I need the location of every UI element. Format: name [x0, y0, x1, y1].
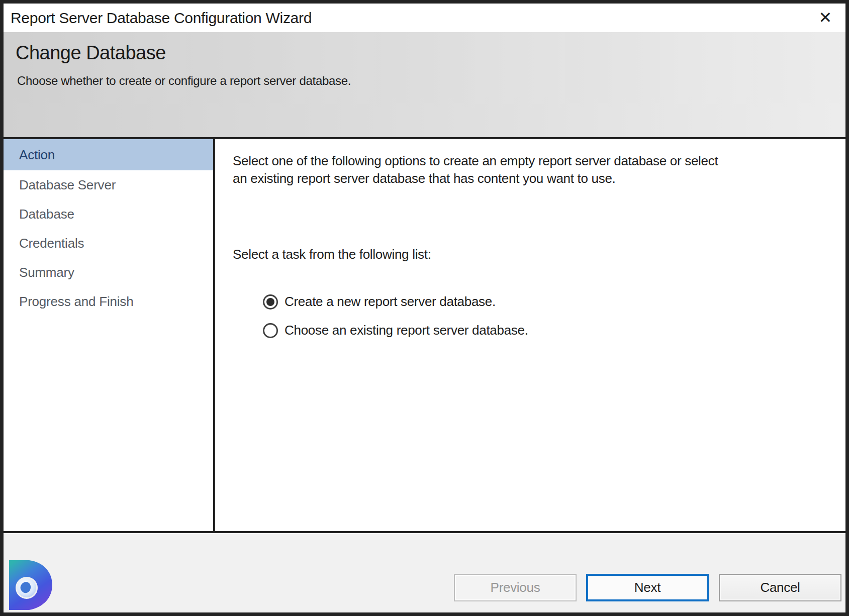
wizard-steps-sidebar: Action Database Server Database Credenti… [4, 139, 213, 531]
sidebar-item-label: Credentials [19, 236, 84, 251]
sidebar-item-label: Action [19, 147, 55, 163]
sidebar-item-database[interactable]: Database [4, 199, 213, 229]
sidebar-item-label: Progress and Finish [19, 294, 133, 310]
sidebar-item-credentials[interactable]: Credentials [4, 229, 213, 258]
brand-logo [6, 559, 55, 611]
page-title: Change Database [16, 42, 166, 64]
cancel-button[interactable]: Cancel [719, 574, 841, 601]
close-icon[interactable]: ✕ [814, 7, 836, 29]
sidebar-item-label: Database Server [19, 177, 116, 193]
previous-button[interactable]: Previous [454, 574, 577, 601]
window-title: Report Server Database Configuration Wiz… [4, 10, 312, 27]
sidebar-item-progress-and-finish[interactable]: Progress and Finish [4, 287, 213, 316]
sidebar-item-label: Database [19, 207, 74, 222]
wizard-content: Select one of the following options to c… [215, 139, 845, 531]
intro-line-2: an existing report server database that … [233, 170, 718, 187]
radio-label: Choose an existing report server databas… [285, 323, 528, 338]
radio-unselected-icon[interactable] [263, 323, 278, 338]
title-bar: Report Server Database Configuration Wiz… [4, 4, 845, 32]
page-subtitle: Choose whether to create or configure a … [17, 74, 351, 88]
next-button[interactable]: Next [586, 574, 709, 601]
sidebar-item-database-server[interactable]: Database Server [4, 170, 213, 199]
radio-create-new-database[interactable]: Create a new report server database. [263, 294, 496, 310]
radio-choose-existing-database[interactable]: Choose an existing report server databas… [263, 323, 528, 338]
radio-selected-icon[interactable] [263, 294, 278, 310]
intro-text: Select one of the following options to c… [233, 152, 718, 187]
task-prompt: Select a task from the following list: [233, 247, 431, 262]
sidebar-item-label: Summary [19, 265, 74, 280]
sidebar-item-summary[interactable]: Summary [4, 258, 213, 287]
wizard-dialog: Report Server Database Configuration Wiz… [0, 0, 849, 616]
intro-line-1: Select one of the following options to c… [233, 152, 718, 170]
sidebar-item-action[interactable]: Action [4, 139, 213, 170]
radio-label: Create a new report server database. [285, 294, 496, 310]
wizard-header: Change Database Choose whether to create… [4, 32, 845, 137]
